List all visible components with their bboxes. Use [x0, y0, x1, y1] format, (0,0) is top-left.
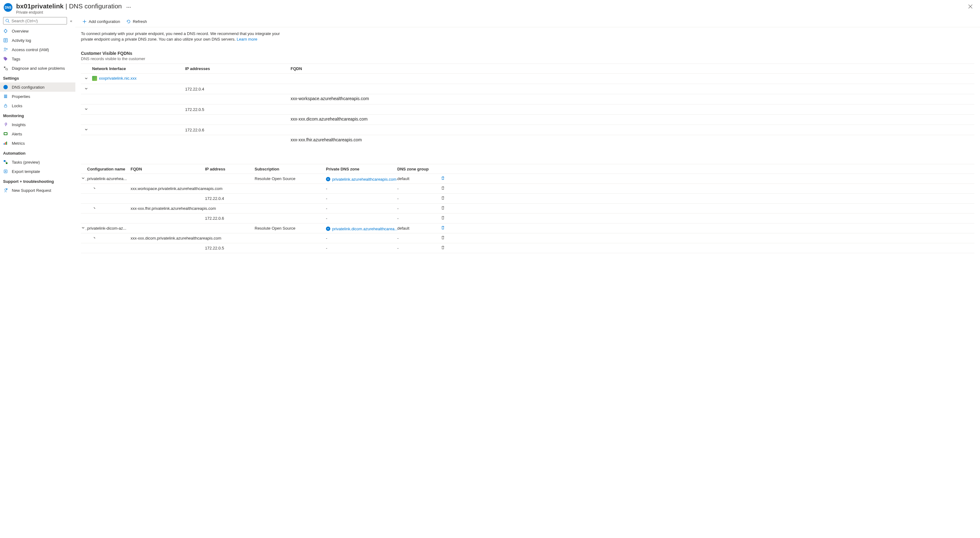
more-button[interactable]: …: [126, 3, 132, 9]
delete-button[interactable]: [441, 176, 445, 180]
svg-point-7: [6, 48, 8, 49]
collapse-sidebar-button[interactable]: «: [70, 19, 72, 23]
nav-label: Diagnose and solve problems: [12, 66, 65, 71]
nic-link[interactable]: xxxprivatelink.nic.xxx: [92, 76, 137, 81]
fqdn-table-header: Network Interface IP addresses FQDN: [81, 63, 974, 74]
plus-icon: [82, 19, 87, 24]
chevron-down-icon[interactable]: [93, 235, 95, 240]
sidebar-item-iam[interactable]: Access control (IAM): [0, 45, 75, 54]
sidebar-item-tasks[interactable]: Tasks (preview): [0, 157, 75, 167]
nav-label: Metrics: [12, 141, 25, 146]
svg-point-6: [4, 48, 6, 49]
dns-zone-link[interactable]: Dprivatelink.azurehealthcareapis.com: [326, 177, 396, 182]
svg-point-25: [6, 189, 8, 190]
nav-label: Tags: [12, 57, 20, 61]
col-nic: Network Interface: [92, 66, 185, 71]
config-ip-row: 172.22.0.5 - -: [81, 243, 974, 253]
chevron-down-icon[interactable]: [84, 86, 88, 91]
svg-point-15: [5, 123, 7, 125]
delete-button[interactable]: [441, 216, 445, 220]
chevron-down-icon[interactable]: [84, 107, 88, 111]
add-configuration-button[interactable]: Add configuration: [79, 16, 123, 27]
nav-label: Export template: [12, 169, 40, 174]
sidebar-item-support-request[interactable]: New Support Request: [0, 186, 75, 195]
sidebar-section-monitoring: Monitoring: [0, 110, 75, 120]
sidebar-item-diagnose[interactable]: Diagnose and solve problems: [0, 63, 75, 73]
col-zone: Private DNS zone: [326, 167, 397, 171]
iam-icon: [3, 47, 8, 52]
nav-label: New Support Request: [12, 188, 51, 193]
chevron-down-icon[interactable]: [84, 76, 88, 81]
fqdn-ip-row: 172.22.0.4: [81, 84, 974, 94]
dns-zone-link[interactable]: Dprivatelink.dicom.azurehealthcarea...: [326, 227, 397, 231]
fqdn-section-subtitle: DNS records visible to the customer: [81, 56, 974, 61]
fqdn-value: xxx-workspace.azurehealthcareapis.com: [291, 94, 925, 104]
sidebar-item-properties[interactable]: Properties: [0, 92, 75, 101]
chevron-down-icon[interactable]: [93, 186, 95, 190]
sidebar-item-alerts[interactable]: Alerts: [0, 129, 75, 138]
nav-label: Locks: [12, 103, 22, 108]
delete-button[interactable]: [441, 235, 445, 240]
fqdn-value-row: xxx-xxx.fhir.azurehealthcareapis.com: [81, 135, 974, 145]
sidebar-item-tags[interactable]: Tags: [0, 54, 75, 63]
record-fqdn: xxx.workspace.privatelink.azurehealthcar…: [130, 186, 255, 191]
refresh-button[interactable]: Refresh: [123, 16, 150, 27]
record-fqdn: xxx-xxx.fhir.privatelink.azurehealthcare…: [130, 206, 255, 211]
resource-type: Private endpoint: [16, 10, 966, 14]
delete-button[interactable]: [441, 186, 445, 190]
chevron-down-icon[interactable]: [81, 176, 85, 180]
resource-name: bx01privatelink: [16, 3, 64, 10]
config-table: Configuration name FQDN IP address Subsc…: [81, 164, 974, 253]
config-name: privatelink-dicom-az...: [87, 226, 130, 230]
sidebar-item-overview[interactable]: Overview: [0, 26, 75, 36]
search-box[interactable]: [3, 17, 67, 24]
col-group: DNS zone group: [397, 167, 441, 171]
dns-resource-icon: DNS: [4, 3, 13, 12]
sidebar-item-activity-log[interactable]: Activity log: [0, 36, 75, 45]
config-record-row: xxx-xxx.fhir.privatelink.azurehealthcare…: [81, 204, 974, 214]
insights-icon: [3, 122, 8, 127]
alerts-icon: [3, 132, 8, 136]
nav-label: Overview: [12, 29, 29, 33]
ip-value: 172.22.0.5: [185, 107, 291, 112]
config-name: privatelink-azurehea...: [87, 176, 130, 181]
dns-icon: [3, 85, 8, 90]
sidebar: « Overview Activity log Access control (…: [0, 16, 75, 262]
toolbar: Add configuration Refresh: [75, 16, 980, 27]
delete-button[interactable]: [441, 196, 445, 200]
chevron-down-icon[interactable]: [84, 127, 88, 132]
close-button[interactable]: [966, 3, 975, 11]
page-title: bx01privatelink | DNS configuration …: [16, 3, 966, 10]
support-icon: [3, 188, 8, 193]
col-ip: IP addresses: [185, 66, 291, 71]
sidebar-item-dns-configuration[interactable]: DNS configuration: [0, 83, 75, 92]
delete-button[interactable]: [441, 206, 445, 210]
svg-point-8: [4, 58, 5, 58]
tasks-icon: [3, 160, 8, 165]
nav-label: Access control (IAM): [12, 48, 49, 52]
fqdn-table: Network Interface IP addresses FQDN xxxp…: [81, 63, 974, 145]
nav-label: Insights: [12, 122, 26, 127]
sidebar-section-settings: Settings: [0, 73, 75, 83]
svg-rect-18: [4, 143, 5, 145]
sidebar-item-locks[interactable]: Locks: [0, 101, 75, 110]
sidebar-item-metrics[interactable]: Metrics: [0, 138, 75, 148]
fqdn-section-title: Customer Visible FQDNs: [81, 51, 974, 56]
svg-rect-20: [6, 141, 7, 145]
chevron-down-icon[interactable]: [93, 206, 95, 210]
config-group-row: privatelink-dicom-az... Resolute Open So…: [81, 224, 974, 233]
search-input[interactable]: [11, 19, 65, 23]
learn-more-link[interactable]: Learn more: [237, 37, 257, 41]
config-ip-row: 172.22.0.6 - -: [81, 214, 974, 224]
config-group-row: privatelink-azurehea... Resolute Open So…: [81, 174, 974, 184]
blade-title: DNS configuration: [69, 3, 122, 10]
sidebar-item-export-template[interactable]: Export template: [0, 167, 75, 176]
sidebar-item-insights[interactable]: Insights: [0, 120, 75, 129]
delete-button[interactable]: [441, 225, 445, 230]
delete-button[interactable]: [441, 246, 445, 250]
chevron-down-icon[interactable]: [81, 225, 85, 230]
record-ip: 172.22.0.4: [205, 196, 255, 201]
record-fqdn: xxx-xxx.dicom.privatelink.azurehealthcar…: [130, 236, 255, 241]
config-table-header: Configuration name FQDN IP address Subsc…: [81, 164, 974, 174]
properties-icon: [3, 94, 8, 99]
